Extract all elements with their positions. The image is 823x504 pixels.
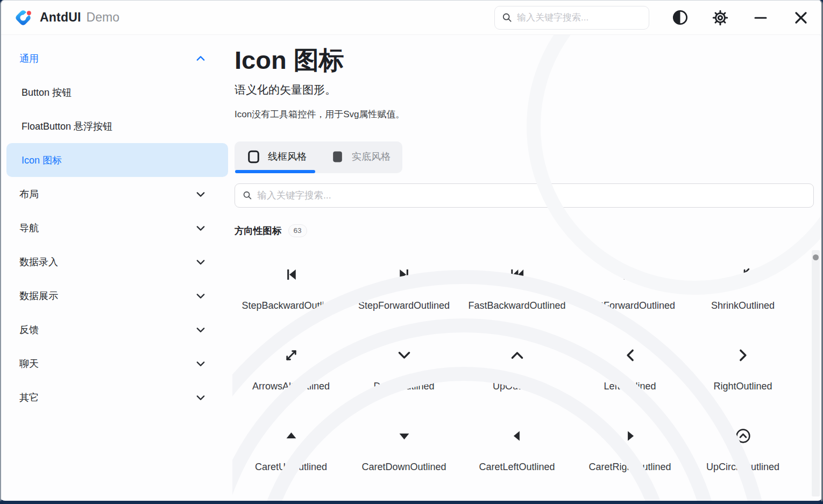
icon-grid: StepBackwardOutlinedStepForwardOutlinedF… (235, 249, 821, 491)
icon-card-CaretUpOutlined[interactable]: CaretUpOutlined (235, 410, 347, 491)
vertical-scrollbar[interactable] (812, 250, 820, 496)
icon-name-label: CaretUpOutlined (235, 462, 347, 473)
arrows-alt-icon (235, 330, 347, 381)
titlebar-search-input[interactable] (517, 12, 642, 23)
sidebar-group-data-display[interactable]: 数据展示 (6, 279, 228, 313)
up-circle-icon (686, 410, 799, 462)
fast-forward-icon (573, 249, 686, 300)
tab-wireframe-style[interactable]: 线框风格 (235, 141, 318, 173)
tab-label: 线框风格 (268, 150, 307, 163)
right-icon (686, 330, 799, 381)
tab-label: 实底风格 (352, 150, 391, 163)
icon-card-DownOutlined[interactable]: DownOutlined (347, 330, 460, 410)
icon-name-label: CaretRightOutlined (573, 462, 686, 473)
chevron-down-icon (195, 256, 207, 268)
icon-name-label: FastForwardOutlined (573, 300, 686, 311)
settings-button[interactable] (711, 8, 730, 27)
theme-toggle-button[interactable] (670, 8, 690, 27)
icon-card-UpCircleOutlined[interactable]: UpCircleOutlined (686, 410, 799, 491)
icon-name-label: StepForwardOutlined (347, 300, 460, 311)
shrink-icon (686, 249, 799, 300)
search-icon (501, 12, 513, 23)
icon-name-label: LeftOutlined (573, 381, 686, 392)
step-forward-icon (347, 249, 460, 300)
chevron-down-icon (195, 290, 207, 302)
icon-name-label: UpCircleOutlined (686, 462, 799, 473)
sidebar-group-label: 数据展示 (19, 289, 195, 302)
down-icon (347, 330, 460, 381)
left-icon (573, 330, 686, 381)
icon-search[interactable] (235, 183, 814, 208)
sidebar-group-feedback[interactable]: 反馈 (6, 313, 228, 346)
icon-card-FastBackwardOutlined[interactable]: FastBackwardOutlined (460, 249, 573, 330)
sidebar-group-label: 通用 (19, 52, 195, 65)
sidebar-item-label: Icon 图标 (22, 154, 207, 167)
chevron-down-icon (195, 358, 207, 370)
sidebar-group-label: 反馈 (19, 323, 195, 336)
gear-icon (712, 10, 728, 26)
sidebar-item-button[interactable]: Button 按钮 (6, 75, 228, 109)
sidebar-group-layout[interactable]: 布局 (6, 177, 228, 211)
icon-card-CaretDownOutlined[interactable]: CaretDownOutlined (347, 410, 460, 491)
icon-card-StepForwardOutlined[interactable]: StepForwardOutlined (347, 249, 460, 330)
caret-right-icon (573, 410, 686, 462)
icon-card-CaretRightOutlined[interactable]: CaretRightOutlined (573, 410, 686, 491)
icon-name-label: CaretLeftOutlined (460, 462, 573, 473)
filled-style-icon (330, 150, 345, 164)
minimize-icon (753, 10, 768, 25)
sidebar-group-label: 布局 (19, 188, 195, 201)
sidebar-group-general[interactable]: 通用 (6, 41, 228, 75)
minimize-button[interactable] (751, 8, 770, 27)
scrollbar-thumb[interactable] (813, 254, 819, 260)
chevron-down-icon (195, 222, 207, 234)
sidebar-group-navigation[interactable]: 导航 (6, 211, 228, 245)
icon-search-input[interactable] (257, 190, 806, 201)
icon-name-label: ShrinkOutlined (686, 300, 799, 311)
chevron-down-icon (195, 324, 207, 336)
sidebar-group-other[interactable]: 其它 (6, 380, 228, 414)
sidebar-item-label: Button 按钮 (22, 86, 207, 99)
sidebar-group-label: 聊天 (19, 357, 195, 370)
sidebar-group-data-entry[interactable]: 数据录入 (6, 245, 228, 279)
search-icon (242, 190, 252, 201)
icon-card-ShrinkOutlined[interactable]: ShrinkOutlined (686, 249, 799, 330)
page-title: Icon 图标 (235, 46, 821, 75)
caret-left-icon (460, 410, 573, 462)
wireframe-style-icon (246, 150, 261, 164)
app-title: AntdUI Demo (40, 10, 119, 25)
icon-card-LeftOutlined[interactable]: LeftOutlined (573, 330, 686, 410)
app-title-secondary: Demo (87, 10, 119, 25)
antdui-logo-icon (13, 8, 33, 28)
icon-name-label: StepBackwardOutlined (235, 300, 347, 311)
up-icon (460, 330, 573, 381)
icon-name-label: FastBackwardOutlined (460, 300, 573, 311)
titlebar-search[interactable] (494, 6, 649, 30)
sidebar-item-floatbutton[interactable]: FloatButton 悬浮按钮 (6, 109, 228, 143)
caret-up-icon (235, 410, 347, 462)
icon-card-FastForwardOutlined[interactable]: FastForwardOutlined (573, 249, 686, 330)
app-window: AntdUI Demo (0, 0, 823, 504)
section-header: 方向性图标 63 (235, 224, 821, 237)
sidebar: 通用Button 按钮FloatButton 悬浮按钮Icon 图标布局导航数据… (1, 35, 232, 501)
tab-solid-style[interactable]: 实底风格 (318, 141, 402, 173)
icon-card-UpOutlined[interactable]: UpOutlined (460, 330, 573, 410)
sidebar-item-label: FloatButton 悬浮按钮 (22, 120, 207, 133)
icon-name-label: DownOutlined (347, 381, 460, 392)
step-backward-icon (235, 249, 347, 300)
sidebar-item-icon[interactable]: Icon 图标 (6, 143, 228, 177)
caret-down-icon (347, 410, 460, 462)
chevron-down-icon (195, 188, 207, 200)
section-title: 方向性图标 (235, 224, 282, 237)
sidebar-group-chat[interactable]: 聊天 (6, 346, 228, 380)
icon-card-CaretLeftOutlined[interactable]: CaretLeftOutlined (460, 410, 573, 491)
icon-card-ArrowsAltOutlined[interactable]: ArrowsAltOutlined (235, 330, 347, 410)
icon-card-StepBackwardOutlined[interactable]: StepBackwardOutlined (235, 249, 347, 330)
close-button[interactable] (791, 8, 811, 27)
style-tabbar: 线框风格 实底风格 (235, 141, 402, 173)
icon-name-label: CaretDownOutlined (347, 462, 460, 473)
chevron-down-icon (195, 392, 207, 403)
sidebar-group-label: 数据录入 (19, 255, 195, 268)
close-icon (793, 10, 809, 26)
icon-card-RightOutlined[interactable]: RightOutlined (686, 330, 799, 410)
sidebar-group-label: 导航 (19, 222, 195, 235)
